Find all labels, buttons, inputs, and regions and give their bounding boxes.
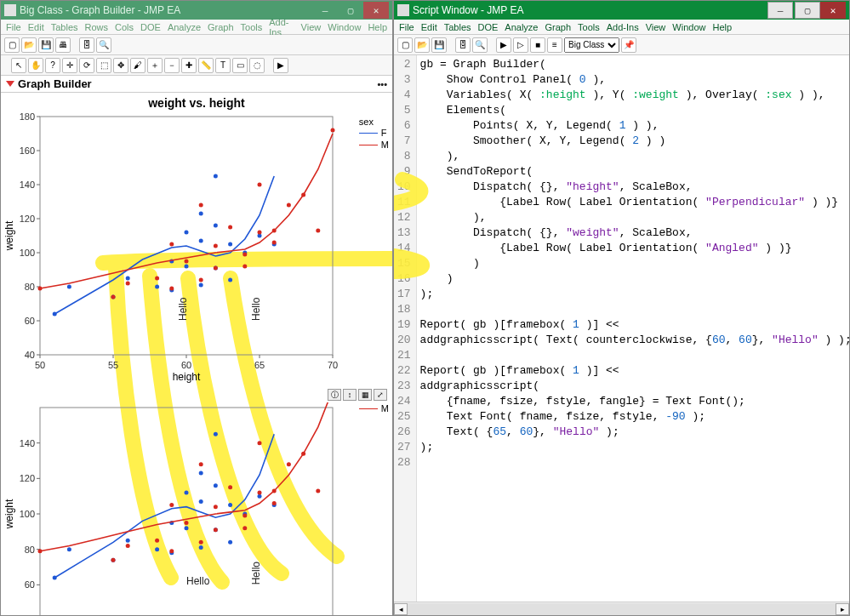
menu-tools[interactable]: Tools bbox=[241, 22, 263, 32]
code-line[interactable]: addgraphicsscript( Text( counterclockwis… bbox=[420, 333, 846, 348]
code-line[interactable]: Elements( bbox=[420, 103, 846, 118]
cursor-icon[interactable]: ↖ bbox=[11, 58, 26, 73]
menu-add-ins[interactable]: Add-Ins bbox=[607, 22, 639, 32]
grid-icon[interactable]: ▦ bbox=[358, 389, 372, 401]
menu-add-ins[interactable]: Add-Ins bbox=[269, 17, 294, 37]
legend-item-m-2[interactable]: M bbox=[359, 402, 389, 414]
graph-builder-header[interactable]: Graph Builder ••• bbox=[1, 76, 392, 93]
left-titlebar[interactable]: Big Class - Graph Builder - JMP EA — ▢ ✕ bbox=[1, 1, 392, 20]
menu-doe[interactable]: DOE bbox=[478, 22, 499, 32]
expand-icon[interactable]: ⤢ bbox=[374, 389, 387, 401]
chart-1-plot[interactable]: 4060801001201401601805055606570heightwei… bbox=[1, 111, 341, 384]
code-editor[interactable]: 2345678910111213141516171819202122232425… bbox=[394, 55, 849, 602]
scroll-left-icon[interactable]: ◂ bbox=[394, 603, 408, 615]
pin-icon[interactable]: 📌 bbox=[621, 37, 636, 53]
search-icon[interactable]: 🔍 bbox=[96, 37, 111, 53]
menu-file[interactable]: File bbox=[399, 22, 414, 32]
horizontal-scrollbar[interactable]: ◂ ▸ bbox=[394, 602, 849, 615]
code-line[interactable]: {Label Row( Label Orientation( "Angled" … bbox=[420, 241, 846, 256]
menu-window[interactable]: Window bbox=[328, 22, 361, 32]
code-line[interactable]: Points( X, Y, Legend( 1 ) ), bbox=[420, 118, 846, 134]
menu-tables[interactable]: Tables bbox=[51, 22, 78, 32]
minimize-button[interactable]: — bbox=[312, 2, 338, 19]
text-icon[interactable]: T bbox=[215, 58, 231, 73]
file-new-icon[interactable]: ▢ bbox=[4, 37, 20, 53]
stop-icon[interactable]: ■ bbox=[530, 37, 545, 53]
code-line[interactable]: {fname, fsize, fstyle, fangle} = Text Fo… bbox=[420, 394, 846, 409]
run-icon[interactable]: ▶ bbox=[496, 37, 511, 53]
close-button[interactable]: ✕ bbox=[820, 2, 846, 19]
file-new-icon[interactable]: ▢ bbox=[397, 37, 413, 53]
menu-window[interactable]: Window bbox=[672, 22, 705, 32]
code-line[interactable]: SendToReport( bbox=[420, 164, 846, 180]
db-icon[interactable]: 🗄 bbox=[455, 37, 471, 53]
table-select[interactable]: Big Class bbox=[564, 37, 619, 53]
code-line[interactable]: Show Control Panel( 0 ), bbox=[420, 72, 846, 88]
play-icon[interactable]: ▶ bbox=[273, 58, 288, 73]
menu-file[interactable]: File bbox=[6, 22, 21, 32]
menu-graph[interactable]: Graph bbox=[545, 22, 571, 32]
save-icon[interactable]: 💾 bbox=[38, 37, 54, 53]
file-open-icon[interactable]: 📂 bbox=[414, 37, 430, 53]
maximize-button[interactable]: ▢ bbox=[338, 2, 363, 19]
menu-edit[interactable]: Edit bbox=[28, 22, 44, 32]
menu-tools[interactable]: Tools bbox=[578, 22, 600, 32]
minimize-button[interactable]: — bbox=[767, 2, 793, 19]
run-sel-icon[interactable]: ▷ bbox=[513, 37, 528, 53]
code-line[interactable]: ); bbox=[420, 287, 846, 302]
file-open-icon[interactable]: 📂 bbox=[21, 37, 37, 53]
code-line[interactable]: ) bbox=[420, 256, 846, 271]
print-icon[interactable]: 🖶 bbox=[55, 37, 71, 53]
code-line[interactable] bbox=[420, 348, 846, 363]
code-line[interactable]: Dispatch( {}, "height", ScaleBox, bbox=[420, 180, 846, 195]
menu-analyze[interactable]: Analyze bbox=[505, 22, 538, 32]
code-line[interactable]: ); bbox=[420, 440, 846, 455]
disclosure-triangle-icon[interactable] bbox=[6, 81, 14, 87]
hand-icon[interactable]: ✋ bbox=[28, 58, 43, 73]
zoom-out-icon[interactable]: － bbox=[164, 58, 180, 73]
search-icon[interactable]: 🔍 bbox=[472, 37, 488, 53]
legend-item-f[interactable]: F bbox=[359, 127, 389, 139]
axis-icon[interactable]: ↕ bbox=[343, 389, 357, 401]
rotate-icon[interactable]: ⟳ bbox=[79, 58, 94, 73]
menu-rows[interactable]: Rows bbox=[85, 22, 109, 32]
menu-doe[interactable]: DOE bbox=[140, 22, 161, 32]
legend-item-m[interactable]: M bbox=[359, 139, 389, 151]
lasso-icon[interactable]: ◌ bbox=[249, 58, 265, 73]
menu-edit[interactable]: Edit bbox=[421, 22, 437, 32]
menu-view[interactable]: View bbox=[646, 22, 666, 32]
code-line[interactable]: Text Font( fname, fsize, fstyle, -90 ); bbox=[420, 409, 846, 425]
menu-cols[interactable]: Cols bbox=[115, 22, 134, 32]
rect-icon[interactable]: ▭ bbox=[232, 58, 248, 73]
grab-icon[interactable]: ✥ bbox=[113, 58, 128, 73]
add-icon[interactable]: ✚ bbox=[181, 58, 197, 73]
code-line[interactable]: ), bbox=[420, 149, 846, 164]
code-line[interactable]: Report( gb )[framebox( 1 )] << bbox=[420, 363, 846, 379]
menu-help[interactable]: Help bbox=[712, 22, 732, 32]
more-icon[interactable]: ••• bbox=[377, 79, 387, 89]
menu-analyze[interactable]: Analyze bbox=[168, 22, 201, 32]
info-icon[interactable]: ⓘ bbox=[328, 389, 341, 401]
code-line[interactable]: Text( {65, 60}, "Hello" ); bbox=[420, 425, 846, 440]
code-line[interactable]: Report( gb )[framebox( 1 )] << bbox=[420, 317, 846, 333]
format-icon[interactable]: ≡ bbox=[547, 37, 562, 53]
close-button[interactable]: ✕ bbox=[363, 2, 389, 19]
zoom-box-icon[interactable]: ⬚ bbox=[96, 58, 111, 73]
code-line[interactable] bbox=[420, 455, 846, 471]
code-line[interactable]: ), bbox=[420, 210, 846, 225]
menu-graph[interactable]: Graph bbox=[208, 22, 234, 32]
menu-view[interactable]: View bbox=[301, 22, 322, 32]
code-area[interactable]: gb = Graph Builder( Show Control Panel( … bbox=[417, 55, 849, 602]
code-line[interactable]: {Label Row( Label Orientation( "Perpendi… bbox=[420, 195, 846, 210]
code-line[interactable] bbox=[420, 302, 846, 317]
db-icon[interactable]: 🗄 bbox=[79, 37, 94, 53]
right-titlebar[interactable]: Script Window - JMP EA — ▢ ✕ bbox=[394, 1, 849, 20]
menu-help[interactable]: Help bbox=[368, 22, 387, 32]
brush-icon[interactable]: 🖌 bbox=[130, 58, 145, 73]
help-icon[interactable]: ? bbox=[45, 58, 60, 73]
scroll-right-icon[interactable]: ▸ bbox=[836, 603, 849, 615]
maximize-button[interactable]: ▢ bbox=[795, 2, 820, 19]
zoom-in-icon[interactable]: ＋ bbox=[147, 58, 163, 73]
code-line[interactable]: gb = Graph Builder( bbox=[420, 57, 846, 72]
menu-tables[interactable]: Tables bbox=[444, 22, 471, 32]
